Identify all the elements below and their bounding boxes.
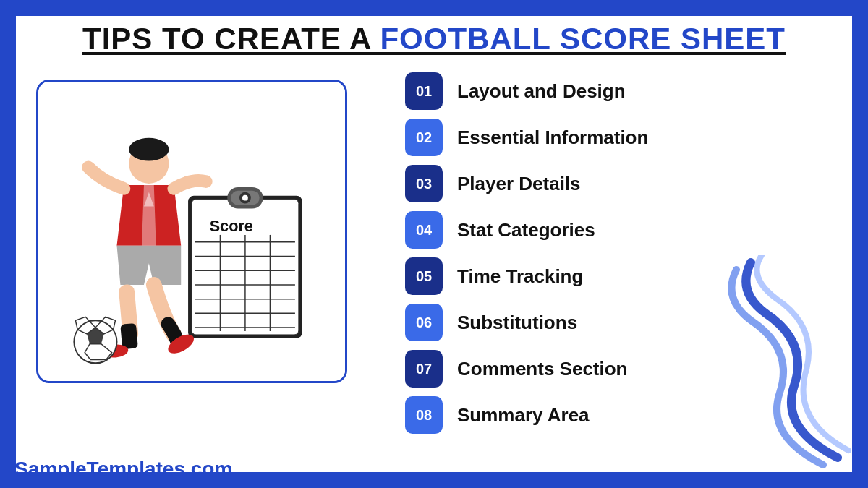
left-section: Score [29, 80, 354, 419]
badge-08: 08 [405, 396, 443, 434]
list-item: 08Summary Area [405, 396, 825, 434]
badge-06: 06 [405, 304, 443, 341]
item-label-03: Player Details [457, 173, 581, 195]
list-item: 06Substitutions [405, 304, 825, 341]
brand-text: SampleTemplates.com [14, 458, 232, 481]
list-item: 07Comments Section [405, 350, 825, 388]
item-label-04: Stat Categories [457, 219, 595, 241]
player-illustration: Score [38, 82, 345, 381]
title-part1: TIPS TO CREATE A [82, 22, 380, 56]
right-section: 01Layout and Design02Essential Informati… [405, 72, 825, 442]
main-container: TIPS TO CREATE A FOOTBALL SCORE SHEET Sc… [0, 0, 868, 488]
svg-point-19 [129, 138, 169, 161]
list-item: 03Player Details [405, 165, 825, 202]
list-item: 02Essential Information [405, 119, 825, 156]
badge-02: 02 [405, 119, 443, 156]
svg-text:Score: Score [210, 217, 253, 235]
border-left [0, 0, 16, 488]
border-top [0, 0, 868, 16]
badge-01: 01 [405, 72, 443, 110]
badge-03: 03 [405, 165, 443, 202]
item-label-08: Summary Area [457, 404, 590, 427]
badge-05: 05 [405, 257, 443, 295]
brand-label: SampleTemplates.com [14, 458, 232, 480]
header: TIPS TO CREATE A FOOTBALL SCORE SHEET [0, 22, 868, 56]
list-item: 04Stat Categories [405, 211, 825, 249]
item-label-07: Comments Section [457, 358, 628, 380]
item-label-05: Time Tracking [457, 265, 583, 288]
title-part2: FOOTBALL SCORE SHEET [380, 22, 786, 56]
item-label-01: Layout and Design [457, 80, 626, 103]
svg-rect-22 [120, 323, 138, 349]
list-item: 01Layout and Design [405, 72, 825, 110]
list-item: 05Time Tracking [405, 257, 825, 295]
badge-07: 07 [405, 350, 443, 388]
svg-point-6 [242, 195, 248, 201]
badge-04: 04 [405, 211, 443, 249]
item-label-02: Essential Information [457, 127, 648, 149]
item-label-06: Substitutions [457, 312, 577, 334]
page-title: TIPS TO CREATE A FOOTBALL SCORE SHEET [0, 22, 868, 56]
border-right [852, 0, 868, 488]
image-box: Score [36, 80, 347, 383]
